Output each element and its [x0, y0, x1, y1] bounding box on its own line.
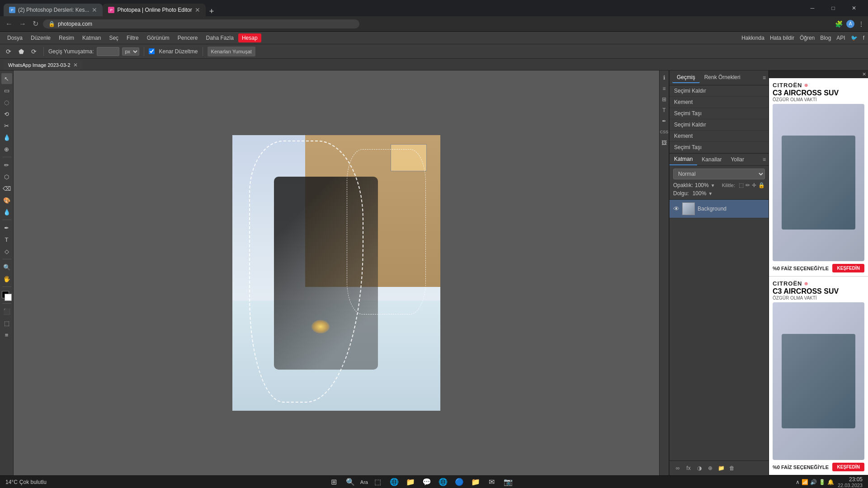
feather-input[interactable]: 0 px	[97, 47, 119, 56]
link-api[interactable]: API	[836, 35, 845, 41]
lasso-tool-btn[interactable]: ⟳	[4, 47, 14, 56]
doc-tab-1[interactable]: WhatsApp Image 2023-03-2 ✕	[4, 60, 82, 70]
lock-all-icon[interactable]: 🔒	[758, 182, 765, 188]
ad-top-cta-button[interactable]: KEŞFEDİN	[832, 264, 864, 272]
link-hata-bildir[interactable]: Hata bildir	[770, 35, 794, 41]
pen-icon-side[interactable]: ✒	[662, 117, 666, 126]
ad-close-btn[interactable]: ✕	[769, 70, 868, 78]
doc-tab-close[interactable]: ✕	[73, 62, 78, 68]
quick-mask-tool[interactable]: ⬛	[1, 306, 12, 317]
back-button[interactable]: ←	[4, 20, 14, 28]
taskbar-icon-6[interactable]: ✉	[486, 476, 498, 488]
profile-icon[interactable]: A	[846, 20, 854, 28]
taskbar-icon-4[interactable]: 🔵	[453, 476, 466, 488]
canvas-area[interactable]	[14, 70, 659, 475]
social-twitter-icon[interactable]: 🐦	[851, 35, 858, 41]
search-taskbar-label[interactable]: Ara	[360, 479, 368, 485]
feather-unit-select[interactable]: px	[122, 47, 139, 56]
history-item-3[interactable]: Seçimi Taşı	[670, 108, 769, 119]
reload-button[interactable]: ↻	[31, 19, 40, 28]
menu-seç[interactable]: Seç	[105, 33, 122, 42]
tray-up-icon[interactable]: ∧	[796, 479, 800, 485]
blur-tool[interactable]: 💧	[1, 206, 12, 217]
close-button[interactable]: ✕	[844, 1, 864, 15]
anti-alias-checkbox[interactable]	[149, 48, 155, 54]
taskbar-icon-2[interactable]: 📁	[404, 476, 417, 488]
menu-görünüm[interactable]: Görünüm	[143, 33, 173, 42]
extensions-icon[interactable]: 🧩	[835, 20, 843, 28]
windows-start-btn[interactable]: ⊞	[328, 476, 340, 488]
layer-visibility-icon[interactable]: 👁	[673, 205, 679, 212]
color-box[interactable]	[2, 291, 12, 301]
lock-paint-icon[interactable]: ✏	[745, 182, 750, 188]
layer-mask-btn[interactable]: ◑	[695, 464, 704, 473]
crop-tool[interactable]: ✂	[1, 120, 12, 131]
history-item-5[interactable]: Kement	[670, 131, 769, 142]
tab-katman[interactable]: Katman	[670, 154, 697, 165]
path-tool[interactable]: ◇	[1, 246, 12, 257]
magnetic-lasso-btn[interactable]: ⟳	[29, 47, 39, 56]
stamp-tool[interactable]: ⬡	[1, 171, 12, 182]
layers-icon-side[interactable]: ≡	[662, 84, 665, 93]
new-tab-button[interactable]: +	[206, 7, 218, 16]
tab2-close[interactable]: ✕	[195, 6, 200, 14]
menu-icon[interactable]: ⋮	[858, 20, 864, 28]
layer-fx-btn[interactable]: fx	[684, 464, 693, 473]
tray-network-icon[interactable]: 📶	[802, 479, 808, 485]
info-icon[interactable]: ℹ	[663, 73, 665, 82]
menu-hesap[interactable]: Hesap	[238, 33, 261, 42]
tab-yollar[interactable]: Yollar	[726, 154, 749, 165]
layer-item-background[interactable]: 👁 Background	[670, 200, 769, 218]
eyedropper-tool[interactable]: 💧	[1, 132, 12, 143]
layer-group-btn[interactable]: 📁	[717, 464, 726, 473]
ad-bottom-cta-button[interactable]: KEŞFEDİN	[832, 463, 864, 471]
taskbar-icon-chrome[interactable]: 🌐	[437, 476, 449, 488]
menu-pencere[interactable]: Pencere	[174, 33, 202, 42]
layer-delete-btn[interactable]: 🗑	[727, 464, 736, 473]
polygon-lasso-btn[interactable]: ⬟	[16, 47, 26, 56]
layer-adjustment-btn[interactable]: ⊕	[706, 464, 715, 473]
css-icon-side[interactable]: CSS	[660, 127, 669, 136]
tab-kanallar[interactable]: Kanallar	[697, 154, 726, 165]
gradient-tool[interactable]: 🎨	[1, 195, 12, 206]
tab-1[interactable]: P (2) Photoshop Dersleri: Kes... ✕	[4, 4, 103, 16]
pen-tool[interactable]: ✒	[1, 222, 12, 233]
tray-notification-icon[interactable]: 🔔	[827, 479, 834, 485]
social-facebook-icon[interactable]: f	[863, 35, 864, 41]
taskbar-icon-7[interactable]: 📷	[502, 476, 514, 488]
hand-tool[interactable]: 🖐	[1, 273, 12, 284]
wand-tool[interactable]: ⟲	[1, 108, 12, 119]
rect-select-tool[interactable]: ▭	[1, 85, 12, 96]
image-icon-side[interactable]: 🖼	[661, 138, 667, 147]
menu-katman[interactable]: Katman	[79, 33, 104, 42]
panel-menu-icon[interactable]: ≡	[763, 75, 766, 81]
history-item-1[interactable]: Seçimi Kaldır	[670, 85, 769, 97]
history-item-4[interactable]: Seçimi Kaldır	[670, 119, 769, 131]
layer-panel-menu-icon[interactable]: ≡	[760, 156, 769, 163]
minimize-button[interactable]: ─	[802, 1, 823, 15]
brush-tool[interactable]: ✏	[1, 160, 12, 170]
tab1-close[interactable]: ✕	[92, 6, 97, 14]
maximize-button[interactable]: □	[823, 1, 844, 15]
tab-gecmis[interactable]: Geçmiş	[672, 72, 700, 83]
menu-dosya[interactable]: Dosya	[4, 33, 26, 42]
taskview-btn[interactable]: ⬚	[372, 476, 384, 488]
dolgu-dropdown-icon[interactable]: ▼	[708, 191, 712, 196]
lock-move-icon[interactable]: ✛	[752, 182, 756, 188]
heal-tool[interactable]: ⊕	[1, 144, 12, 155]
zoom-tool[interactable]: 🔍	[1, 262, 12, 272]
opacity-dropdown-icon[interactable]: ▼	[711, 183, 715, 188]
taskbar-icon-1[interactable]: 🌐	[388, 476, 401, 488]
menu-düzenle[interactable]: Düzenle	[27, 33, 54, 42]
menu-filtre[interactable]: Filtre	[123, 33, 142, 42]
address-box[interactable]: 🔒 photopea.com	[43, 19, 359, 28]
move-tool[interactable]: ↖	[1, 73, 12, 84]
screen-mode-tool[interactable]: ⬚	[1, 318, 12, 328]
extra-tools[interactable]: ≡	[1, 329, 12, 340]
forward-button[interactable]: →	[17, 20, 28, 28]
link-blog[interactable]: Blog	[820, 35, 831, 41]
tray-volume-icon[interactable]: 🔊	[810, 479, 817, 485]
history-item-6[interactable]: Seçimi Taşı	[670, 142, 769, 153]
blend-mode-select[interactable]: Normal	[673, 169, 765, 179]
kenarları-yumuşat-btn[interactable]: Kenarları Yumuşat	[208, 47, 255, 56]
